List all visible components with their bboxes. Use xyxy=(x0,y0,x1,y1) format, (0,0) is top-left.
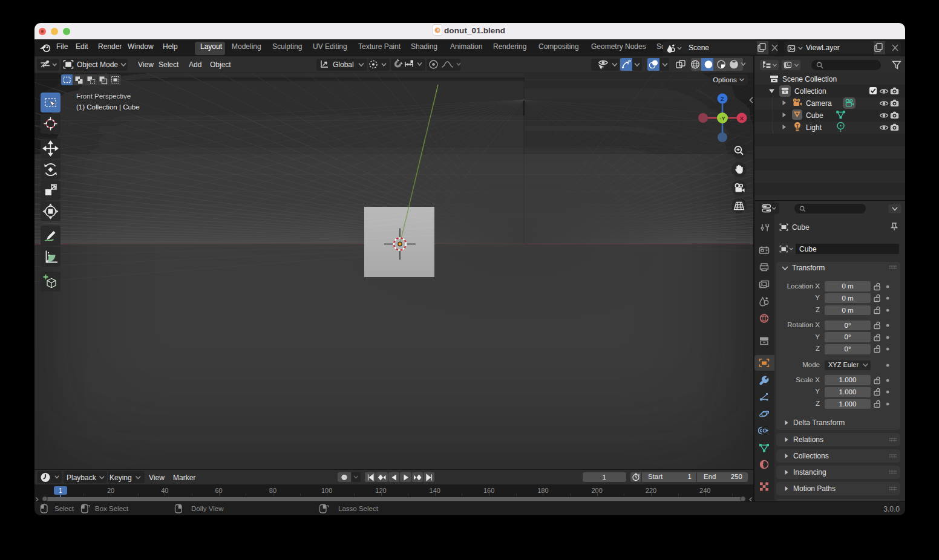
svg-text:Z: Z xyxy=(721,96,724,102)
svg-text:-Y: -Y xyxy=(719,115,725,122)
svg-text:X: X xyxy=(740,115,744,122)
